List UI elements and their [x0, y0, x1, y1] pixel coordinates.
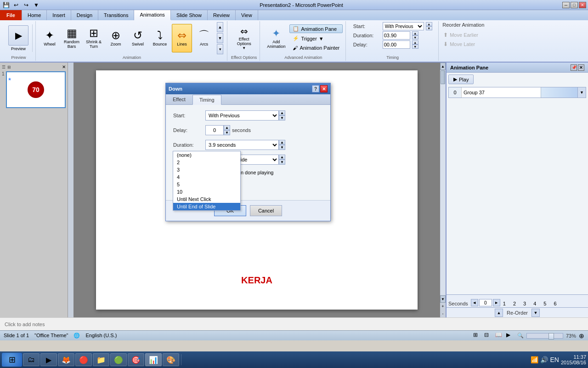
anim-random-btn[interactable]: ▦ Random Bars — [62, 24, 82, 52]
vscroll-up-btn[interactable]: ▲ — [440, 63, 446, 70]
animation-item-group37[interactable]: 0 Group 37 ▼ — [448, 87, 586, 98]
redo-qat-btn[interactable]: ↪ — [22, 1, 30, 9]
zoom-slider-track[interactable] — [526, 333, 563, 339]
dialog-close-btn[interactable]: ✕ — [320, 85, 328, 92]
taskbar-app3-btn[interactable]: 🔴 — [75, 353, 92, 366]
zoom-ctrl-2[interactable]: - — [440, 310, 446, 317]
move-earlier-btn[interactable]: ⬆ Move Earlier — [442, 31, 479, 39]
minimize-btn[interactable]: ─ — [562, 2, 570, 8]
taskbar-app6-btn[interactable]: 🎯 — [128, 353, 144, 366]
ruler-input[interactable] — [479, 299, 492, 306]
delay-input[interactable] — [383, 40, 410, 49]
anim-wheel-btn[interactable]: ✦ Wheel — [40, 24, 60, 52]
dialog-help-btn[interactable]: ? — [312, 85, 319, 92]
dialog-tab-timing[interactable]: Timing — [192, 95, 221, 105]
tab-animations[interactable]: Animations — [134, 10, 170, 20]
taskbar-powerpoint-btn[interactable]: 📊 — [145, 353, 162, 366]
delay-spin-up[interactable]: ▲ — [412, 40, 418, 45]
reading-view-btn[interactable]: 📖 — [495, 332, 503, 340]
anim-scroll-more[interactable]: ▾ — [217, 44, 223, 54]
pane-close-btn[interactable]: ✕ — [578, 64, 584, 71]
tab-file[interactable]: File — [0, 10, 22, 20]
start-spin-down[interactable]: ▼ — [279, 115, 285, 121]
delay-spin-down[interactable]: ▼ — [412, 45, 418, 49]
slide-thumbnail[interactable]: ★ 70 — [6, 71, 66, 108]
anim-swivel-btn[interactable]: ↺ Swivel — [128, 24, 148, 52]
delay-spin-up[interactable]: ▲ — [224, 125, 230, 130]
undo-qat-btn[interactable]: ↩ — [12, 1, 20, 9]
tab-slideshow[interactable]: Slide Show — [171, 10, 208, 20]
dialog-start-select[interactable]: With Previous On Click After Previous — [205, 110, 279, 121]
taskbar-app4-btn[interactable]: 📁 — [93, 353, 109, 366]
save-qat-btn[interactable]: 💾 — [2, 1, 10, 9]
dialog-duration-select[interactable]: 3.9 seconds — [205, 140, 279, 150]
animation-pane-btn[interactable]: 📋 Animation Pane — [289, 24, 343, 33]
zoom-btn[interactable]: 🔍 — [517, 333, 524, 339]
tab-view[interactable]: View — [236, 10, 258, 20]
anim-scroll-down[interactable]: ▼ — [217, 33, 223, 43]
start-button[interactable]: ⊞ — [2, 353, 22, 367]
pane-pin-btn[interactable]: 📌 — [571, 64, 577, 71]
anim-item-dropdown[interactable]: ▼ — [577, 87, 586, 98]
anim-shrink-btn[interactable]: ⊞ Shrink & Turn — [84, 24, 104, 52]
tab-review[interactable]: Review — [208, 10, 236, 20]
play-button[interactable]: ▶ Play — [448, 75, 474, 84]
delay-spin-down[interactable]: ▼ — [224, 130, 230, 135]
qat-more-btn[interactable]: ▼ — [32, 1, 40, 9]
zoom-ctrl-1[interactable]: + — [440, 303, 446, 310]
rewind-checkbox[interactable] — [205, 169, 211, 175]
effect-options-btn[interactable]: ⇔ Effect Options ▼ — [232, 23, 256, 54]
tab-home[interactable]: Home — [22, 10, 47, 20]
dialog-cancel-btn[interactable]: Cancel — [250, 205, 282, 216]
slideshow-view-btn[interactable]: ▶ — [506, 332, 514, 340]
taskbar-app5-btn[interactable]: 🟢 — [110, 353, 127, 366]
repeat-spin-down[interactable]: ▼ — [279, 160, 285, 165]
anim-arcs-btn[interactable]: ⌒ Arcs — [194, 24, 214, 52]
anim-lines-btn[interactable]: ⇔ Lines — [172, 24, 192, 52]
taskbar-paint-btn[interactable]: 🎨 — [163, 353, 179, 366]
triggers-button[interactable]: Triggers ▾ — [173, 180, 204, 190]
taskbar-firefox-btn[interactable]: 🦊 — [58, 353, 74, 366]
zoom-slider-thumb[interactable] — [548, 333, 554, 339]
vscroll-down-btn[interactable]: ▼ — [440, 295, 446, 303]
start-spin-up[interactable]: ▲ — [426, 22, 432, 26]
trigger-btn[interactable]: ⚡ Trigger ▼ — [289, 34, 343, 43]
reorder-down-btn[interactable]: ▼ — [531, 309, 540, 317]
anim-scroll-up[interactable]: ▲ — [217, 22, 223, 32]
preview-btn[interactable]: ▶ — [8, 25, 28, 46]
start-spin-down[interactable]: ▼ — [426, 26, 432, 30]
zoom-fit-btn[interactable]: ⊕ — [579, 332, 584, 339]
duration-spin-up[interactable]: ▲ — [279, 140, 285, 145]
taskbar-media-btn[interactable]: ▶ — [40, 353, 57, 366]
close-btn[interactable]: ✕ — [579, 2, 586, 8]
repeat-spin-up[interactable]: ▲ — [279, 155, 285, 160]
dialog-delay-input[interactable] — [205, 125, 224, 135]
tab-design[interactable]: Design — [71, 10, 98, 20]
slide-panel-close[interactable]: ✕ — [62, 64, 66, 69]
duration-spin-up[interactable]: ▲ — [412, 31, 418, 35]
vscroll-thumb[interactable] — [441, 70, 445, 84]
start-select[interactable]: With Previous On Click After Previous — [383, 22, 424, 30]
slide-panel-tab1[interactable]: ☰ — [2, 65, 6, 69]
tab-insert[interactable]: Insert — [47, 10, 71, 20]
dialog-ok-btn[interactable]: OK — [214, 205, 246, 216]
duration-input[interactable] — [383, 31, 410, 40]
notes-area[interactable]: Click to add notes — [0, 317, 588, 330]
dialog-repeat-select[interactable]: Until End of Slide — [205, 155, 279, 165]
add-animation-btn[interactable]: ✦ AddAnimation — [264, 23, 288, 54]
start-spin-up[interactable]: ▲ — [279, 110, 285, 115]
anim-bounce-btn[interactable]: ⤵ Bounce — [150, 24, 170, 52]
normal-view-btn[interactable]: ⊞ — [473, 332, 481, 340]
tab-transitions[interactable]: Transitions — [98, 10, 134, 20]
duration-spin-down[interactable]: ▼ — [412, 35, 418, 40]
taskbar-explorer-btn[interactable]: 🗂 — [23, 353, 40, 366]
ruler-nav-next[interactable]: ► — [493, 299, 500, 306]
animation-painter-btn[interactable]: 🖌 Animation Painter — [289, 44, 343, 52]
reorder-up-btn[interactable]: ▲ — [495, 309, 503, 317]
dialog-tab-effect[interactable]: Effect — [166, 94, 192, 104]
maximize-btn[interactable]: □ — [571, 2, 578, 8]
ruler-nav-prev[interactable]: ◄ — [471, 299, 478, 306]
move-later-btn[interactable]: ⬇ Move Later — [442, 40, 476, 48]
anim-zoom-btn[interactable]: ⊕ Zoom — [106, 24, 126, 52]
duration-spin-down[interactable]: ▼ — [279, 145, 285, 150]
